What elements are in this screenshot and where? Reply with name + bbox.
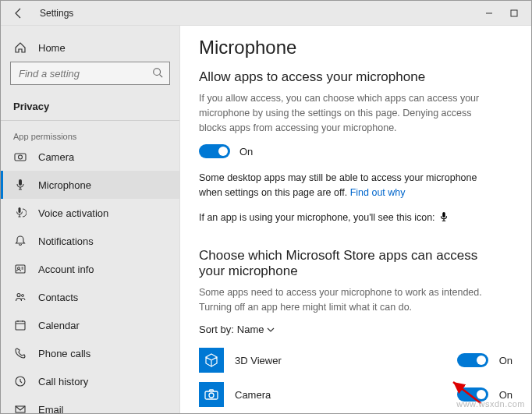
account-icon xyxy=(13,263,27,275)
main-content: Microphone Allow apps to access your mic… xyxy=(180,26,531,413)
sidebar-item-label: Phone calls xyxy=(38,348,90,359)
sidebar-home[interactable]: Home xyxy=(1,34,179,62)
sidebar-item-label: Voice activation xyxy=(38,207,108,219)
minimize-icon xyxy=(485,9,493,17)
app-tile-3d-viewer xyxy=(199,348,224,373)
search-input[interactable] xyxy=(17,67,152,80)
phone-icon xyxy=(13,347,27,359)
sidebar-item-notifications[interactable]: Notifications xyxy=(1,227,179,255)
history-icon xyxy=(13,375,27,387)
page-title: Microphone xyxy=(199,37,512,58)
arrow-left-icon xyxy=(12,7,25,19)
maximize-button[interactable] xyxy=(505,4,523,23)
search-icon xyxy=(152,67,163,80)
desktop-apps-note: Some desktop apps may still be able to a… xyxy=(199,171,495,200)
microphone-usage-icon xyxy=(438,211,449,225)
svg-rect-0 xyxy=(511,10,517,16)
sidebar-item-call-history[interactable]: Call history xyxy=(1,367,179,395)
sidebar-item-label: Home xyxy=(38,42,66,54)
sidebar-section-header: App permissions xyxy=(1,124,179,143)
sidebar-item-label: Calendar xyxy=(38,320,80,331)
sidebar-item-voice-activation[interactable]: Voice activation xyxy=(1,199,179,227)
sidebar-item-label: Contacts xyxy=(38,292,78,303)
sidebar-item-label: Account info xyxy=(38,264,94,275)
choose-section-desc: Some apps need to access your microphone… xyxy=(199,285,488,315)
camera-icon xyxy=(204,387,219,402)
svg-point-1 xyxy=(154,68,161,75)
sidebar-item-contacts[interactable]: Contacts xyxy=(1,283,179,311)
app-row-3d-viewer: 3D Viewer On xyxy=(199,343,512,377)
microphone-icon xyxy=(13,179,27,191)
search-box[interactable] xyxy=(10,62,170,85)
choose-section-title: Choose which Microsoft Store apps can ac… xyxy=(199,248,480,279)
usage-note: If an app is using your microphone, you'… xyxy=(199,211,512,225)
voice-icon xyxy=(13,207,27,219)
toggle-state-label: On xyxy=(499,355,512,366)
find-out-why-link[interactable]: Find out why xyxy=(350,187,406,198)
svg-point-15 xyxy=(209,393,214,398)
svg-rect-10 xyxy=(16,321,25,330)
camera-icon xyxy=(13,150,27,163)
svg-point-8 xyxy=(17,294,20,297)
sidebar: Home Privacy App permissions Camera Micr… xyxy=(1,26,180,413)
svg-rect-5 xyxy=(19,207,21,213)
sidebar-item-label: Call history xyxy=(38,376,88,387)
toggle-state-label: On xyxy=(499,389,512,401)
app-row-cortana: Cortana Off xyxy=(199,412,512,413)
svg-point-3 xyxy=(19,155,23,159)
sidebar-item-label: Notifications xyxy=(38,235,94,247)
sidebar-item-label: Camera xyxy=(38,151,74,163)
chevron-down-icon xyxy=(267,326,275,334)
app-name-label: 3D Viewer xyxy=(235,355,446,366)
toggle-state-label: On xyxy=(239,146,253,157)
sort-label: Sort by: xyxy=(199,324,234,335)
app-toggle-3d-viewer[interactable] xyxy=(457,353,488,367)
title-bar: Settings xyxy=(1,1,531,26)
title-bar-left: Settings xyxy=(1,6,73,20)
svg-rect-13 xyxy=(442,212,445,218)
email-icon xyxy=(13,403,27,413)
app-toggle-camera[interactable] xyxy=(457,387,488,402)
app-name-label: Camera xyxy=(235,389,446,401)
minimize-button[interactable] xyxy=(480,4,498,23)
app-tile-camera xyxy=(199,382,224,407)
allow-section-title: Allow apps to access your microphone xyxy=(199,69,512,85)
sidebar-item-microphone[interactable]: Microphone xyxy=(1,171,179,199)
allow-access-toggle[interactable] xyxy=(199,144,230,158)
bell-icon xyxy=(13,235,27,247)
calendar-icon xyxy=(13,319,27,331)
divider xyxy=(1,120,179,121)
sidebar-item-account-info[interactable]: Account info xyxy=(1,255,179,283)
cube-icon xyxy=(204,352,219,368)
sidebar-item-camera[interactable]: Camera xyxy=(1,143,179,171)
svg-rect-6 xyxy=(16,265,25,273)
sidebar-item-calendar[interactable]: Calendar xyxy=(1,311,179,339)
sidebar-item-label: Email xyxy=(38,404,64,414)
contacts-icon xyxy=(13,291,27,303)
window-controls xyxy=(480,4,531,23)
sidebar-item-email[interactable]: Email xyxy=(1,395,179,413)
allow-section-desc: If you allow access, you can choose whic… xyxy=(199,91,488,135)
sort-dropdown[interactable]: Name xyxy=(237,324,275,335)
home-icon xyxy=(13,41,27,54)
svg-rect-4 xyxy=(19,179,22,186)
sidebar-category: Privacy xyxy=(1,93,179,117)
window-title: Settings xyxy=(40,8,73,19)
sidebar-item-label: Microphone xyxy=(38,179,91,191)
back-button[interactable] xyxy=(12,6,26,20)
svg-point-9 xyxy=(22,295,24,297)
sort-row: Sort by: Name xyxy=(199,324,512,335)
app-row-camera: Camera On xyxy=(199,377,512,412)
svg-rect-2 xyxy=(15,154,26,161)
maximize-icon xyxy=(510,9,518,17)
sidebar-item-phone-calls[interactable]: Phone calls xyxy=(1,339,179,367)
